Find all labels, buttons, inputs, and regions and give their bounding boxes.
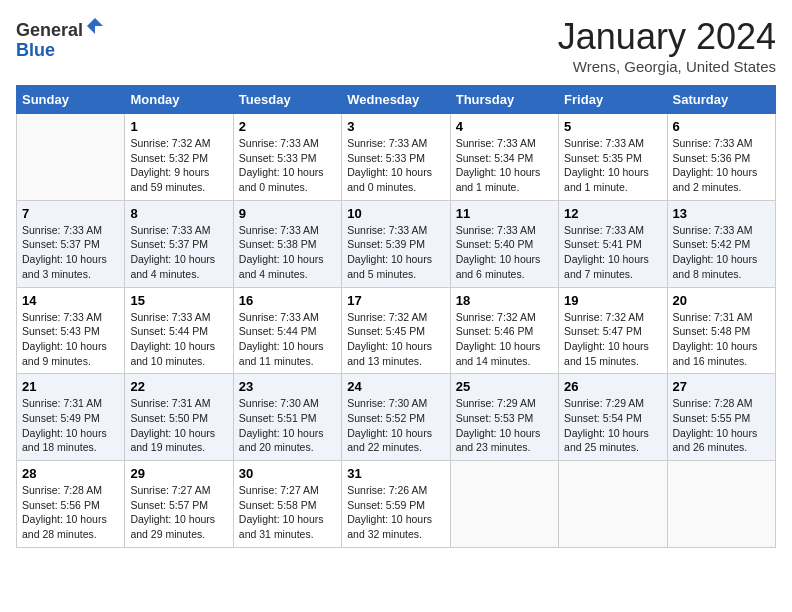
month-title: January 2024 <box>558 16 776 58</box>
location: Wrens, Georgia, United States <box>558 58 776 75</box>
day-detail: Sunrise: 7:28 AM Sunset: 5:56 PM Dayligh… <box>22 483 119 542</box>
day-number: 8 <box>130 206 227 221</box>
calendar-cell: 31Sunrise: 7:26 AM Sunset: 5:59 PM Dayli… <box>342 461 450 548</box>
calendar-body: 1Sunrise: 7:32 AM Sunset: 5:32 PM Daylig… <box>17 114 776 548</box>
logo-general: General <box>16 20 83 40</box>
day-detail: Sunrise: 7:32 AM Sunset: 5:45 PM Dayligh… <box>347 310 444 369</box>
calendar-cell: 9Sunrise: 7:33 AM Sunset: 5:38 PM Daylig… <box>233 200 341 287</box>
calendar-cell: 14Sunrise: 7:33 AM Sunset: 5:43 PM Dayli… <box>17 287 125 374</box>
day-detail: Sunrise: 7:30 AM Sunset: 5:52 PM Dayligh… <box>347 396 444 455</box>
day-of-week-header: Sunday <box>17 86 125 114</box>
calendar-cell: 12Sunrise: 7:33 AM Sunset: 5:41 PM Dayli… <box>559 200 667 287</box>
day-detail: Sunrise: 7:31 AM Sunset: 5:49 PM Dayligh… <box>22 396 119 455</box>
calendar-cell <box>667 461 775 548</box>
day-number: 6 <box>673 119 770 134</box>
day-detail: Sunrise: 7:27 AM Sunset: 5:57 PM Dayligh… <box>130 483 227 542</box>
day-detail: Sunrise: 7:33 AM Sunset: 5:44 PM Dayligh… <box>239 310 336 369</box>
calendar-cell: 17Sunrise: 7:32 AM Sunset: 5:45 PM Dayli… <box>342 287 450 374</box>
calendar-cell <box>450 461 558 548</box>
calendar-cell: 26Sunrise: 7:29 AM Sunset: 5:54 PM Dayli… <box>559 374 667 461</box>
day-of-week-header: Monday <box>125 86 233 114</box>
day-detail: Sunrise: 7:33 AM Sunset: 5:36 PM Dayligh… <box>673 136 770 195</box>
day-detail: Sunrise: 7:33 AM Sunset: 5:43 PM Dayligh… <box>22 310 119 369</box>
calendar-week-row: 1Sunrise: 7:32 AM Sunset: 5:32 PM Daylig… <box>17 114 776 201</box>
day-detail: Sunrise: 7:33 AM Sunset: 5:35 PM Dayligh… <box>564 136 661 195</box>
day-number: 5 <box>564 119 661 134</box>
day-number: 29 <box>130 466 227 481</box>
calendar-cell: 3Sunrise: 7:33 AM Sunset: 5:33 PM Daylig… <box>342 114 450 201</box>
day-detail: Sunrise: 7:31 AM Sunset: 5:48 PM Dayligh… <box>673 310 770 369</box>
day-detail: Sunrise: 7:29 AM Sunset: 5:54 PM Dayligh… <box>564 396 661 455</box>
calendar-week-row: 28Sunrise: 7:28 AM Sunset: 5:56 PM Dayli… <box>17 461 776 548</box>
title-area: January 2024 Wrens, Georgia, United Stat… <box>558 16 776 75</box>
day-detail: Sunrise: 7:33 AM Sunset: 5:34 PM Dayligh… <box>456 136 553 195</box>
day-number: 11 <box>456 206 553 221</box>
day-number: 13 <box>673 206 770 221</box>
calendar-cell: 23Sunrise: 7:30 AM Sunset: 5:51 PM Dayli… <box>233 374 341 461</box>
day-detail: Sunrise: 7:33 AM Sunset: 5:44 PM Dayligh… <box>130 310 227 369</box>
day-detail: Sunrise: 7:33 AM Sunset: 5:41 PM Dayligh… <box>564 223 661 282</box>
calendar-cell: 7Sunrise: 7:33 AM Sunset: 5:37 PM Daylig… <box>17 200 125 287</box>
day-number: 7 <box>22 206 119 221</box>
logo: General Blue <box>16 16 105 61</box>
day-number: 26 <box>564 379 661 394</box>
day-number: 4 <box>456 119 553 134</box>
calendar-week-row: 7Sunrise: 7:33 AM Sunset: 5:37 PM Daylig… <box>17 200 776 287</box>
day-number: 23 <box>239 379 336 394</box>
calendar-cell: 20Sunrise: 7:31 AM Sunset: 5:48 PM Dayli… <box>667 287 775 374</box>
day-number: 14 <box>22 293 119 308</box>
calendar-cell: 24Sunrise: 7:30 AM Sunset: 5:52 PM Dayli… <box>342 374 450 461</box>
day-detail: Sunrise: 7:33 AM Sunset: 5:37 PM Dayligh… <box>22 223 119 282</box>
day-detail: Sunrise: 7:27 AM Sunset: 5:58 PM Dayligh… <box>239 483 336 542</box>
calendar-cell: 22Sunrise: 7:31 AM Sunset: 5:50 PM Dayli… <box>125 374 233 461</box>
day-number: 3 <box>347 119 444 134</box>
day-detail: Sunrise: 7:33 AM Sunset: 5:42 PM Dayligh… <box>673 223 770 282</box>
day-detail: Sunrise: 7:28 AM Sunset: 5:55 PM Dayligh… <box>673 396 770 455</box>
calendar-cell: 16Sunrise: 7:33 AM Sunset: 5:44 PM Dayli… <box>233 287 341 374</box>
day-number: 9 <box>239 206 336 221</box>
days-of-week-row: SundayMondayTuesdayWednesdayThursdayFrid… <box>17 86 776 114</box>
calendar-cell: 19Sunrise: 7:32 AM Sunset: 5:47 PM Dayli… <box>559 287 667 374</box>
day-number: 19 <box>564 293 661 308</box>
day-number: 27 <box>673 379 770 394</box>
day-of-week-header: Wednesday <box>342 86 450 114</box>
calendar-cell: 10Sunrise: 7:33 AM Sunset: 5:39 PM Dayli… <box>342 200 450 287</box>
day-detail: Sunrise: 7:32 AM Sunset: 5:47 PM Dayligh… <box>564 310 661 369</box>
day-detail: Sunrise: 7:31 AM Sunset: 5:50 PM Dayligh… <box>130 396 227 455</box>
day-detail: Sunrise: 7:32 AM Sunset: 5:46 PM Dayligh… <box>456 310 553 369</box>
day-number: 25 <box>456 379 553 394</box>
calendar-week-row: 21Sunrise: 7:31 AM Sunset: 5:49 PM Dayli… <box>17 374 776 461</box>
day-number: 31 <box>347 466 444 481</box>
calendar-cell: 1Sunrise: 7:32 AM Sunset: 5:32 PM Daylig… <box>125 114 233 201</box>
logo-icon <box>85 16 105 36</box>
calendar-cell: 15Sunrise: 7:33 AM Sunset: 5:44 PM Dayli… <box>125 287 233 374</box>
day-detail: Sunrise: 7:33 AM Sunset: 5:39 PM Dayligh… <box>347 223 444 282</box>
day-of-week-header: Saturday <box>667 86 775 114</box>
day-number: 24 <box>347 379 444 394</box>
day-of-week-header: Tuesday <box>233 86 341 114</box>
calendar-cell: 28Sunrise: 7:28 AM Sunset: 5:56 PM Dayli… <box>17 461 125 548</box>
day-number: 20 <box>673 293 770 308</box>
day-number: 16 <box>239 293 336 308</box>
day-detail: Sunrise: 7:33 AM Sunset: 5:33 PM Dayligh… <box>239 136 336 195</box>
calendar-cell: 27Sunrise: 7:28 AM Sunset: 5:55 PM Dayli… <box>667 374 775 461</box>
day-number: 12 <box>564 206 661 221</box>
day-number: 15 <box>130 293 227 308</box>
day-number: 22 <box>130 379 227 394</box>
header: General Blue January 2024 Wrens, Georgia… <box>16 16 776 75</box>
day-number: 10 <box>347 206 444 221</box>
calendar-cell: 2Sunrise: 7:33 AM Sunset: 5:33 PM Daylig… <box>233 114 341 201</box>
day-number: 28 <box>22 466 119 481</box>
calendar-cell: 5Sunrise: 7:33 AM Sunset: 5:35 PM Daylig… <box>559 114 667 201</box>
day-detail: Sunrise: 7:33 AM Sunset: 5:38 PM Dayligh… <box>239 223 336 282</box>
day-detail: Sunrise: 7:32 AM Sunset: 5:32 PM Dayligh… <box>130 136 227 195</box>
day-detail: Sunrise: 7:33 AM Sunset: 5:33 PM Dayligh… <box>347 136 444 195</box>
calendar-cell: 4Sunrise: 7:33 AM Sunset: 5:34 PM Daylig… <box>450 114 558 201</box>
day-detail: Sunrise: 7:26 AM Sunset: 5:59 PM Dayligh… <box>347 483 444 542</box>
day-of-week-header: Thursday <box>450 86 558 114</box>
calendar-cell: 25Sunrise: 7:29 AM Sunset: 5:53 PM Dayli… <box>450 374 558 461</box>
svg-marker-0 <box>87 18 103 34</box>
day-detail: Sunrise: 7:33 AM Sunset: 5:40 PM Dayligh… <box>456 223 553 282</box>
calendar-week-row: 14Sunrise: 7:33 AM Sunset: 5:43 PM Dayli… <box>17 287 776 374</box>
calendar-table: SundayMondayTuesdayWednesdayThursdayFrid… <box>16 85 776 548</box>
